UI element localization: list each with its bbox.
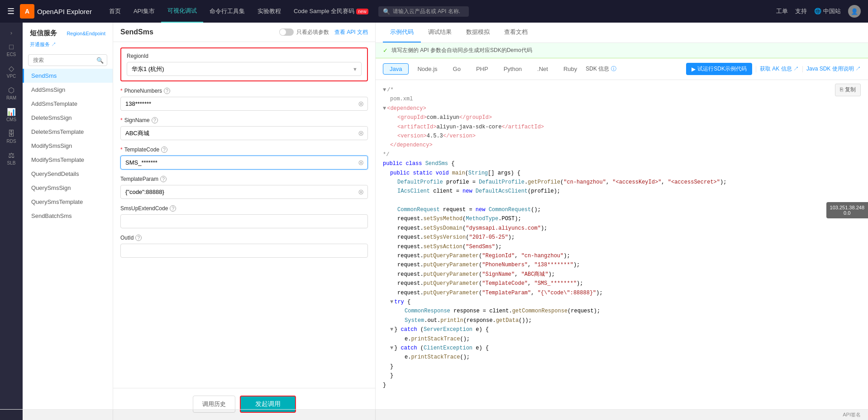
sidebar-icon-ecs[interactable]: □ ECS (1, 40, 21, 60)
nav-ticket[interactable]: 工单 (776, 7, 788, 15)
try-sdk-label: 试运行SDK示例代码 (697, 65, 747, 73)
templatecode-help-icon[interactable]: ? (161, 146, 167, 153)
phone-clear-icon[interactable]: ⊗ (354, 99, 367, 108)
sidebar-search-input[interactable] (28, 54, 107, 66)
sidebar-item-querysmstemplate[interactable]: QuerySmsTemplate (23, 195, 113, 209)
sidebar-item-addsmssign[interactable]: AddSmsSign (23, 83, 113, 97)
sidebar-icon-cms[interactable]: 📊 CMS (1, 105, 21, 125)
region-endpoint-link[interactable]: Region&Endpoint (67, 31, 105, 36)
sidebar-icon-ram[interactable]: ⬡ RAM (1, 83, 21, 103)
vpc-label: VPC (7, 74, 16, 79)
nav-item-lab[interactable]: 实验教程 (251, 0, 287, 23)
region-select-wrap[interactable]: ▼ (127, 62, 362, 76)
get-ak-button[interactable]: 获取 AK 信息 ↗ (760, 65, 799, 73)
lang-tab-java[interactable]: Java (383, 63, 409, 75)
nav-item-api[interactable]: API集市 (127, 0, 161, 23)
tab-view-doc[interactable]: 查看文档 (497, 23, 535, 42)
code-info-text: 填写左侧的 API 参数会自动同步生成对应SDK的Demo代码 (391, 47, 532, 54)
cms-label: CMS (6, 117, 16, 122)
collapse-icon-catch2[interactable]: ▼ (390, 345, 393, 351)
nav-avatar[interactable]: 👤 (848, 5, 861, 18)
smsupextendcode-input-wrap (120, 214, 368, 228)
sdk-info-label: SDK 信息 (586, 65, 609, 73)
templatecode-clear-icon[interactable]: ⊗ (354, 158, 367, 167)
menu-icon[interactable]: ☰ (7, 6, 14, 16)
tab-example-code[interactable]: 示例代码 (383, 23, 421, 42)
lang-tabs-right: ▶ 试运行SDK示例代码 获取 AK 信息 ↗ Java SDK 使用说明 ↗ (686, 63, 861, 75)
tab-data-mock[interactable]: 数据模拟 (459, 23, 497, 42)
outid-help-icon[interactable]: ? (135, 235, 142, 241)
sidebar-item-querysenddetails[interactable]: QuerySendDetails (23, 167, 113, 181)
outid-input[interactable] (121, 244, 367, 257)
toggle-track[interactable] (279, 28, 294, 36)
icon-sidebar: › □ ECS ◇ VPC ⬡ RAM 📊 CMS 🗄 RDS ⚖ SLB (0, 23, 23, 420)
region-label: RegionId (127, 53, 362, 59)
search-icon: 🔍 (383, 8, 390, 15)
phone-input[interactable] (121, 97, 354, 110)
templatecode-label: * TemplateCode ? (120, 146, 368, 153)
templateparam-clear-icon[interactable]: ⊗ (354, 188, 367, 196)
collapse-icon-catch1[interactable]: ▼ (390, 326, 393, 333)
logo-text: OpenAPI Explorer (37, 8, 92, 15)
collapse-icon-2[interactable]: ▼ (383, 105, 386, 112)
sidebar-item-sendbatchsms[interactable]: SendBatchSms (23, 209, 113, 223)
sidebar-expand-button[interactable]: › (1, 27, 21, 38)
signname-help-icon[interactable]: ? (152, 117, 158, 123)
activate-link[interactable]: 开通服务 ↗ (23, 41, 113, 52)
rds-icon: 🗄 (8, 130, 15, 138)
region-input[interactable] (127, 62, 349, 76)
phone-required-star: * (120, 88, 123, 94)
templatecode-input[interactable] (121, 156, 354, 169)
sidebar-item-deletesmstemplate[interactable]: DeleteSmsTemplate (23, 125, 113, 139)
api-list: SendSms AddSmsSign AddSmsTemplate Delete… (23, 69, 113, 223)
lang-tab-ruby[interactable]: Ruby (557, 63, 584, 75)
lang-tab-nodejs[interactable]: Node.js (410, 63, 444, 75)
templateparam-help-icon[interactable]: ? (160, 176, 167, 182)
nav-item-cli[interactable]: 命令行工具集 (203, 0, 251, 23)
nav-logo[interactable]: A OpenAPI Explorer (20, 4, 92, 19)
sidebar-item-modifysmstemplate[interactable]: ModifySmsTemplate (23, 153, 113, 167)
sidebar-icon-vpc[interactable]: ◇ VPC (1, 61, 21, 81)
lang-tab-python[interactable]: Python (497, 63, 529, 75)
slb-label: SLB (7, 160, 16, 165)
sidebar-item-addsmstemplate[interactable]: AddSmsTemplate (23, 97, 113, 111)
ip-address: 103.251.38.248 (830, 205, 864, 210)
lang-tab-go[interactable]: Go (446, 63, 467, 75)
nav-region[interactable]: 🌐 中国站 (814, 7, 841, 15)
collapse-icon-try[interactable]: ▼ (390, 299, 393, 305)
collapse-icon-1[interactable]: ▼ (383, 87, 386, 93)
sdk-info: SDK 信息 ⓘ (586, 65, 616, 73)
sdk-guide-button[interactable]: Java SDK 使用说明 ↗ (806, 65, 861, 73)
sidebar-item-modifysmssign[interactable]: ModifySmsSign (23, 139, 113, 153)
vpc-icon: ◇ (9, 64, 14, 73)
nav-support[interactable]: 支持 (795, 7, 807, 15)
sidebar-icon-slb[interactable]: ⚖ SLB (1, 148, 21, 168)
lang-tab-net[interactable]: .Net (530, 63, 555, 75)
api-doc-link[interactable]: 查看 API 文档 (334, 28, 368, 36)
nav-item-sample[interactable]: Code Sample 全民赛码 new (287, 0, 375, 23)
templateparam-input[interactable] (121, 185, 354, 198)
signname-input[interactable] (121, 127, 354, 140)
try-sdk-button[interactable]: ▶ 试运行SDK示例代码 (686, 63, 752, 75)
lang-tab-php[interactable]: PHP (469, 63, 495, 75)
sidebar-item-sendsms[interactable]: SendSms (23, 69, 113, 83)
phone-help-icon[interactable]: ? (164, 88, 170, 94)
sidebar-search[interactable]: 🔍 (23, 52, 113, 69)
code-area[interactable]: ⎘ 复制 ▼/* pom.xml ▼<dependency> <groupId>… (376, 80, 868, 420)
sdk-info-icon[interactable]: ⓘ (611, 65, 616, 73)
nav-item-home[interactable]: 首页 (103, 0, 127, 23)
toggle-required[interactable]: 只看必填参数 (279, 28, 329, 36)
signname-clear-icon[interactable]: ⊗ (354, 129, 367, 137)
smsupextendcode-input[interactable] (121, 215, 367, 228)
ecs-icon: □ (9, 43, 14, 51)
nav-search[interactable]: 🔍 (378, 6, 469, 17)
copy-button[interactable]: ⎘ 复制 (835, 84, 861, 96)
nav-item-debug[interactable]: 可视化调试 (161, 0, 203, 23)
smsupextendcode-help-icon[interactable]: ? (170, 205, 176, 212)
search-input[interactable] (393, 8, 461, 14)
sidebar-item-deletesmssign[interactable]: DeleteSmsSign (23, 111, 113, 125)
tab-debug-result[interactable]: 调试结果 (421, 23, 459, 42)
params-title: SendSms (120, 28, 153, 36)
sidebar-icon-rds[interactable]: 🗄 RDS (1, 127, 21, 146)
sidebar-item-querysmssign[interactable]: QuerySmsSign (23, 181, 113, 195)
